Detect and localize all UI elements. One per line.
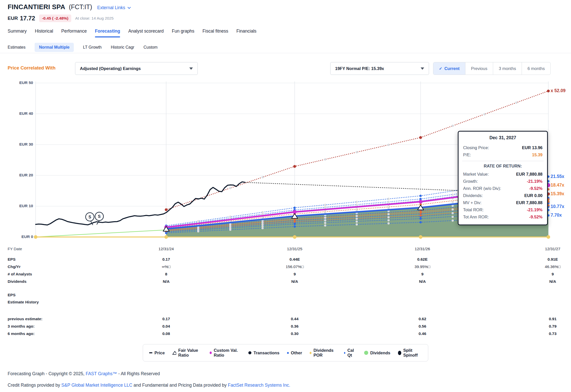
tooltip-label: Closing Price: (463, 144, 489, 151)
estimate-history-title-line2: Estimate History (8, 300, 39, 304)
table-cell: 0.36 (274, 324, 315, 329)
tab-financials[interactable]: Financials (236, 29, 256, 37)
tooltip-label: MV + Div: (463, 199, 481, 206)
tab-analyst-scorecard[interactable]: Analyst scorecard (128, 29, 164, 37)
tooltip-value: EUR 0.00 (524, 192, 543, 199)
sp-global-link[interactable]: S&P Global Market Intelligence LLC (61, 383, 132, 388)
tooltip-value: -21.19% (527, 206, 543, 213)
copyright-text: Forecasting Graph - Copyright © 2025, (8, 371, 86, 376)
row-label: Dividends (8, 279, 74, 284)
other-dot-icon (287, 352, 289, 354)
tooltip-value: EUR 13.96 (522, 144, 543, 151)
legend-label: Price (154, 351, 165, 355)
row-label: 6 months ago: (8, 331, 74, 336)
tooltip-label: Dividends: (463, 192, 483, 199)
table-cell: 0.56 (402, 324, 443, 329)
period-button-group: ✓ Current Previous 3 months 6 months (433, 62, 551, 75)
correlated-metric-value: Adjusted (Operating) Earnings (80, 66, 141, 71)
tooltip-value: EUR 7,880.88 (516, 199, 543, 206)
legend-label: Cal Qt (347, 348, 356, 358)
factset-link[interactable]: FactSet Research Systems Inc. (228, 383, 290, 388)
period-previous-button[interactable]: Previous (465, 62, 493, 75)
tooltip-label: Market Value: (463, 171, 489, 178)
table-cell: 0.30 (274, 331, 315, 336)
legend-label: Fair Value Ratio (178, 348, 202, 358)
multiplier-label: 7.70x (551, 213, 562, 218)
multiplier-label: 21.55x (551, 174, 564, 179)
external-links-menu[interactable]: External Links (97, 5, 130, 10)
table-cell: 12/31/26 (402, 247, 443, 251)
table-cell: N/A (274, 279, 315, 284)
table-row-fy-date: FY Date 12/31/24 12/31/25 12/31/26 12/31… (0, 247, 571, 253)
price-row: EUR 17.72 -0.45 ( -2.48%) At close: 14 A… (8, 15, 113, 22)
legend-item-custom-val: Custom Val. Ratio (210, 348, 241, 358)
estimate-row-3-months: 3 months ago: 0.04 0.36 0.56 0.79 (0, 324, 571, 330)
tooltip-value: -9.52% (529, 213, 543, 220)
table-cell: 0.17 (146, 257, 187, 262)
copyright-line: Forecasting Graph - Copyright © 2025, FA… (8, 371, 160, 376)
subtab-normal-multiple[interactable]: Normal Multiple (35, 43, 74, 52)
table-cell: 0.17 (146, 317, 187, 321)
currency-label: EUR (8, 16, 18, 21)
table-cell: 0.62 (402, 317, 443, 321)
active-tab-underline (95, 36, 120, 37)
table-cell: 12/31/27 (532, 247, 571, 251)
normal-pe-dropdown[interactable]: 19FY Normal P/E: 15.39x (330, 62, 429, 75)
period-6-months-button[interactable]: 6 months (522, 62, 550, 75)
legend-label: Transactions (253, 351, 279, 355)
dividends-por-dot-icon (310, 352, 311, 354)
dropdown-caret-icon (189, 67, 193, 70)
y-axis-tick: EUR 20 (0, 173, 33, 177)
table-row-chg-yr: Chg/Yr ∞%□ 156.07%□ 39.95%□ 46.36%□ (0, 264, 571, 271)
legend-item-other: Other (287, 351, 302, 355)
y-axis-tick: EUR 0 (0, 234, 33, 239)
table-cell: 9 (402, 272, 443, 276)
correlated-metric-dropdown[interactable]: Adjusted (Operating) Earnings (75, 62, 198, 75)
subtab-lt-growth[interactable]: LT Growth (83, 43, 102, 52)
copyright-text: - All Rights Reserved (117, 371, 160, 376)
row-label: previous estimate: (8, 317, 74, 321)
table-cell: N/A (402, 279, 443, 284)
tab-forecasting[interactable]: Forecasting (95, 29, 120, 37)
table-cell: 0.62E (402, 257, 443, 262)
split-spinoff-dot-icon (398, 351, 401, 355)
tab-forecasting-label: Forecasting (95, 29, 120, 34)
subtab-custom[interactable]: Custom (144, 43, 158, 52)
table-cell: 9 (274, 272, 315, 276)
legend-item-fair-value: Fair Value Ratio (172, 348, 202, 358)
period-current-button[interactable]: ✓ Current (433, 62, 465, 75)
table-cell: ∞%□ (146, 264, 187, 269)
multiplier-label: 18.47x (551, 183, 564, 188)
subtab-historic-cagr[interactable]: Historic Cagr (111, 43, 134, 52)
forecasting-subnav: Estimates Normal Multiple LT Growth Hist… (8, 43, 158, 52)
subtab-estimates[interactable]: Estimates (8, 43, 25, 52)
legend-item-cal-qt: Cal Qt (344, 348, 356, 358)
fair-value-triangle-icon (172, 351, 176, 355)
chart-legend: Price Fair Value Ratio Custom Val. Ratio… (143, 344, 428, 361)
legend-item-dividends: Dividends (364, 351, 390, 355)
legend-label: Custom Val. Ratio (214, 348, 241, 358)
period-3-months-button[interactable]: 3 months (493, 62, 522, 75)
legend-label: Split Spinoff (403, 348, 422, 358)
tab-fiscal-fitness[interactable]: Fiscal fitness (203, 29, 228, 37)
page-header: FINCANTIERI SPA (FCT:IT) External Links (8, 3, 130, 11)
table-cell: 9 (532, 272, 571, 276)
tab-fun-graphs[interactable]: Fun graphs (172, 29, 194, 37)
row-label: EPS (8, 257, 74, 262)
main-nav: Summary Historical Performance Forecasti… (8, 29, 256, 37)
tab-summary[interactable]: Summary (8, 29, 27, 37)
legend-label: Other (291, 351, 302, 355)
tab-performance[interactable]: Performance (61, 29, 87, 37)
y-axis-tick: EUR 40 (0, 111, 33, 116)
tooltip-label: P/E: (463, 151, 471, 158)
credits-text: Credit Ratings provided by (8, 383, 61, 388)
normal-pe-value: 19FY Normal P/E: 15.39x (335, 66, 384, 71)
company-name: FINCANTIERI SPA (8, 3, 65, 11)
fast-graphs-link[interactable]: FAST Graphs™ (86, 371, 117, 376)
legend-item-price: Price (149, 351, 165, 355)
table-cell: 8 (146, 272, 187, 276)
price-line-icon (149, 352, 152, 353)
tooltip-label: Growth: (463, 178, 478, 185)
table-cell: 0.44 (274, 317, 315, 321)
tab-historical[interactable]: Historical (35, 29, 53, 37)
